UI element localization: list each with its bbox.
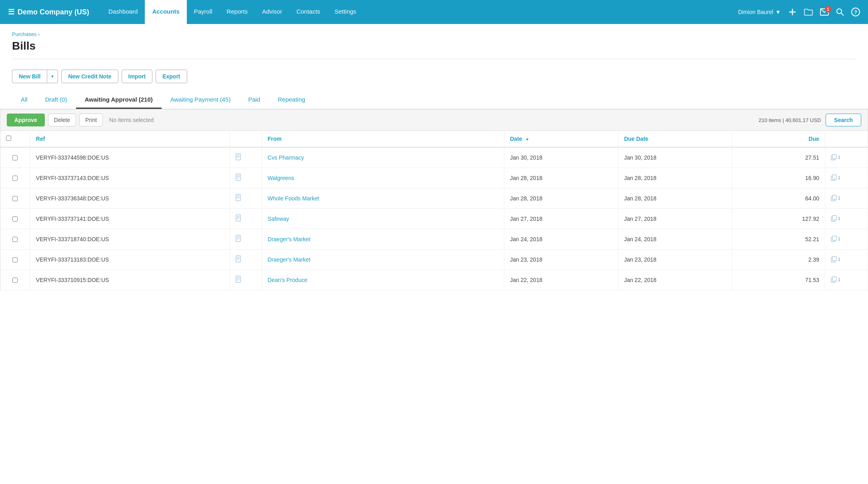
nav-item-advisor[interactable]: Advisor [255, 0, 289, 24]
row-due-date: Jan 28, 2018 [618, 188, 732, 209]
row-file-icon-cell[interactable] [230, 209, 262, 229]
row-file-icon-cell[interactable] [230, 168, 262, 188]
row-checkbox[interactable] [12, 216, 18, 222]
top-navigation: ☰ Demo Company (US) Dashboard Accounts P… [0, 0, 868, 24]
row-from[interactable]: Cvs Pharmacy [262, 147, 504, 168]
from-link[interactable]: Cvs Pharmacy [268, 154, 304, 161]
help-button[interactable]: ? [851, 8, 860, 16]
folder-button[interactable] [804, 8, 813, 16]
tab-awaiting-payment[interactable]: Awaiting Payment (45) [162, 91, 240, 109]
nav-item-payroll[interactable]: Payroll [187, 0, 220, 24]
app-name: Demo Company (US) [18, 8, 89, 16]
row-from[interactable]: Safeway [262, 209, 504, 229]
row-action[interactable]: 1 [825, 250, 868, 270]
row-action[interactable]: 1 [825, 168, 868, 188]
app-logo[interactable]: ☰ Demo Company (US) [8, 8, 89, 16]
file-icon[interactable] [236, 277, 242, 284]
from-link[interactable]: Dean's Produce [268, 277, 307, 283]
page-header: Purchases › Bills [0, 24, 868, 70]
table-row: VERYFI-333710915:DOE:US Dean's Produce J… [0, 270, 868, 290]
select-all-checkbox[interactable] [6, 136, 11, 141]
copy-icon[interactable]: 1 [831, 236, 840, 242]
row-from[interactable]: Draeger's Market [262, 250, 504, 270]
row-file-icon-cell[interactable] [230, 270, 262, 290]
copy-count: 1 [838, 236, 840, 241]
row-checkbox[interactable] [12, 196, 18, 201]
row-action[interactable]: 1 [825, 188, 868, 209]
row-from[interactable]: Walgreens [262, 168, 504, 188]
copy-icon[interactable]: 1 [831, 215, 840, 222]
copy-icon[interactable]: 1 [831, 276, 840, 283]
user-menu[interactable]: Dimion Baurel ▼ [738, 9, 781, 15]
row-file-icon-cell[interactable] [230, 250, 262, 270]
mail-button[interactable]: 1 [820, 8, 829, 16]
row-checkbox-cell [0, 270, 30, 290]
search-button-toolbar[interactable]: Search [826, 114, 861, 126]
tab-repeating[interactable]: Repeating [269, 91, 314, 109]
row-file-icon-cell[interactable] [230, 147, 262, 168]
row-from[interactable]: Draeger's Market [262, 229, 504, 250]
svg-rect-18 [832, 175, 836, 179]
nav-item-settings[interactable]: Settings [327, 0, 363, 24]
row-from[interactable]: Dean's Produce [262, 270, 504, 290]
row-checkbox[interactable] [12, 155, 18, 160]
print-button[interactable]: Print [79, 114, 103, 126]
from-link[interactable]: Safeway [268, 216, 289, 222]
svg-rect-24 [832, 195, 836, 200]
file-icon[interactable] [236, 175, 242, 182]
add-button[interactable] [788, 8, 797, 16]
from-link[interactable]: Walgreens [268, 175, 294, 181]
from-link[interactable]: Whole Foods Market [268, 195, 319, 202]
row-action[interactable]: 1 [825, 229, 868, 250]
copy-count: 1 [838, 175, 840, 180]
copy-icon[interactable]: 1 [831, 256, 840, 262]
row-file-icon-cell[interactable] [230, 229, 262, 250]
col-header-select[interactable] [0, 131, 30, 148]
copy-icon[interactable]: 1 [831, 154, 840, 160]
row-file-icon-cell[interactable] [230, 188, 262, 209]
from-link[interactable]: Draeger's Market [268, 256, 310, 263]
row-checkbox[interactable] [12, 176, 18, 181]
col-header-due[interactable]: Due [732, 131, 825, 148]
delete-button[interactable]: Delete [48, 114, 76, 126]
row-checkbox[interactable] [12, 278, 18, 283]
row-due-date: Jan 30, 2018 [618, 147, 732, 168]
file-icon[interactable] [236, 216, 242, 223]
row-action[interactable]: 1 [825, 270, 868, 290]
export-button[interactable]: Export [156, 70, 187, 83]
breadcrumb[interactable]: Purchases › [12, 31, 856, 37]
tab-all[interactable]: All [12, 91, 36, 109]
row-from[interactable]: Whole Foods Market [262, 188, 504, 209]
row-checkbox-cell [0, 229, 30, 250]
new-bill-dropdown[interactable]: ▾ [47, 70, 58, 83]
row-checkbox[interactable] [12, 237, 18, 242]
nav-item-accounts[interactable]: Accounts [145, 0, 186, 24]
copy-icon[interactable]: 1 [831, 195, 840, 201]
new-credit-note-button[interactable]: New Credit Note [61, 70, 118, 83]
nav-item-reports[interactable]: Reports [220, 0, 255, 24]
col-header-from[interactable]: From [262, 131, 504, 148]
new-bill-button[interactable]: New Bill [12, 70, 47, 83]
row-action[interactable]: 1 [825, 147, 868, 168]
item-count: 210 items | 40,601.17 USD [758, 117, 821, 123]
col-header-date[interactable]: Date ▼ [504, 131, 618, 148]
tab-awaiting-approval[interactable]: Awaiting Approval (210) [76, 91, 162, 109]
file-icon[interactable] [236, 236, 242, 243]
tab-draft[interactable]: Draft (0) [36, 91, 76, 109]
row-checkbox[interactable] [12, 257, 18, 262]
approve-button[interactable]: Approve [7, 114, 45, 126]
search-button[interactable] [836, 8, 844, 16]
file-icon[interactable] [236, 257, 242, 264]
row-due-amount: 64.00 [732, 188, 825, 209]
col-header-ref[interactable]: Ref [30, 131, 230, 148]
row-action[interactable]: 1 [825, 209, 868, 229]
import-button[interactable]: Import [122, 70, 153, 83]
nav-item-dashboard[interactable]: Dashboard [101, 0, 145, 24]
file-icon[interactable] [236, 155, 242, 162]
from-link[interactable]: Draeger's Market [268, 236, 310, 242]
col-header-due-date[interactable]: Due Date [618, 131, 732, 148]
copy-icon[interactable]: 1 [831, 174, 840, 181]
tab-paid[interactable]: Paid [239, 91, 269, 109]
nav-item-contacts[interactable]: Contacts [289, 0, 327, 24]
file-icon[interactable] [236, 196, 242, 202]
